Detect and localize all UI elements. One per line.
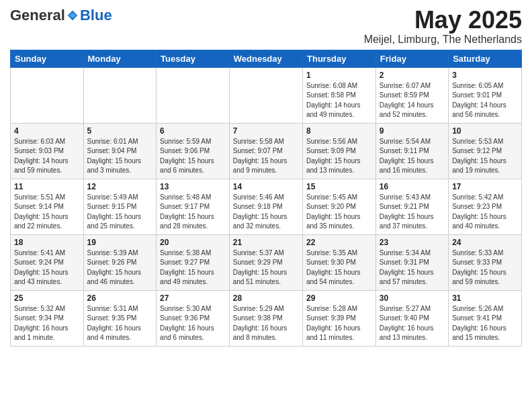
day-info: Sunrise: 5:46 AM Sunset: 9:18 PM Dayligh… — [233, 193, 299, 232]
header: General Blue May 2025 Meijel, Limburg, T… — [10, 7, 522, 46]
calendar-cell: 29Sunrise: 5:28 AM Sunset: 9:39 PM Dayli… — [303, 290, 376, 346]
day-number: 15 — [306, 182, 372, 191]
page: General Blue May 2025 Meijel, Limburg, T… — [0, 0, 532, 357]
calendar-cell: 9Sunrise: 5:54 AM Sunset: 9:11 PM Daylig… — [375, 123, 448, 179]
day-number: 19 — [87, 238, 153, 247]
day-number: 12 — [87, 182, 153, 191]
logo: General Blue — [10, 7, 112, 24]
day-info: Sunrise: 5:38 AM Sunset: 9:27 PM Dayligh… — [160, 248, 226, 287]
calendar-cell: 31Sunrise: 5:26 AM Sunset: 9:41 PM Dayli… — [449, 290, 522, 346]
calendar-cell: 21Sunrise: 5:37 AM Sunset: 9:29 PM Dayli… — [229, 234, 302, 290]
day-info: Sunrise: 5:53 AM Sunset: 9:12 PM Dayligh… — [452, 137, 518, 176]
logo-blue: Blue — [80, 7, 112, 24]
calendar-cell: 10Sunrise: 5:53 AM Sunset: 9:12 PM Dayli… — [449, 123, 522, 179]
day-info: Sunrise: 5:59 AM Sunset: 9:06 PM Dayligh… — [160, 137, 226, 176]
day-info: Sunrise: 6:05 AM Sunset: 9:01 PM Dayligh… — [452, 81, 518, 120]
day-number: 28 — [233, 293, 299, 303]
logo-text: General Blue — [10, 7, 112, 24]
day-info: Sunrise: 5:48 AM Sunset: 9:17 PM Dayligh… — [160, 193, 226, 232]
day-info: Sunrise: 5:54 AM Sunset: 9:11 PM Dayligh… — [380, 137, 445, 176]
day-info: Sunrise: 5:42 AM Sunset: 9:23 PM Dayligh… — [452, 193, 518, 232]
col-header-tuesday: Tuesday — [157, 50, 230, 67]
day-number: 18 — [14, 238, 80, 247]
day-number: 20 — [160, 238, 226, 247]
day-info: Sunrise: 5:58 AM Sunset: 9:07 PM Dayligh… — [233, 137, 299, 176]
calendar-cell: 15Sunrise: 5:45 AM Sunset: 9:20 PM Dayli… — [303, 179, 376, 234]
day-info: Sunrise: 5:43 AM Sunset: 9:21 PM Dayligh… — [380, 193, 445, 232]
col-header-wednesday: Wednesday — [229, 50, 302, 67]
calendar-cell: 5Sunrise: 6:01 AM Sunset: 9:04 PM Daylig… — [83, 123, 157, 179]
day-number: 23 — [380, 238, 445, 247]
calendar-cell — [229, 67, 302, 123]
day-info: Sunrise: 5:32 AM Sunset: 9:34 PM Dayligh… — [14, 304, 80, 343]
day-number: 3 — [452, 71, 518, 80]
day-number: 21 — [233, 238, 299, 247]
col-header-sunday: Sunday — [11, 50, 84, 67]
calendar-cell: 8Sunrise: 5:56 AM Sunset: 9:09 PM Daylig… — [303, 123, 376, 179]
col-header-thursday: Thursday — [303, 50, 376, 67]
day-info: Sunrise: 5:45 AM Sunset: 9:20 PM Dayligh… — [306, 193, 372, 232]
calendar-week-row: 11Sunrise: 5:51 AM Sunset: 9:14 PM Dayli… — [11, 179, 522, 234]
calendar-week-row: 4Sunrise: 6:03 AM Sunset: 9:03 PM Daylig… — [11, 123, 522, 179]
day-info: Sunrise: 5:56 AM Sunset: 9:09 PM Dayligh… — [306, 137, 372, 176]
day-info: Sunrise: 6:01 AM Sunset: 9:04 PM Dayligh… — [87, 137, 153, 176]
calendar-cell: 7Sunrise: 5:58 AM Sunset: 9:07 PM Daylig… — [229, 123, 302, 179]
day-number: 30 — [380, 293, 445, 303]
day-info: Sunrise: 5:33 AM Sunset: 9:33 PM Dayligh… — [452, 248, 518, 287]
day-number: 13 — [160, 182, 226, 191]
day-number: 31 — [452, 293, 518, 303]
day-number: 17 — [452, 182, 518, 191]
calendar-cell: 27Sunrise: 5:30 AM Sunset: 9:36 PM Dayli… — [157, 290, 230, 346]
day-number: 2 — [380, 71, 445, 80]
col-header-saturday: Saturday — [449, 50, 522, 67]
day-info: Sunrise: 5:30 AM Sunset: 9:36 PM Dayligh… — [160, 304, 226, 343]
day-info: Sunrise: 5:28 AM Sunset: 9:39 PM Dayligh… — [306, 304, 372, 343]
calendar-week-row: 18Sunrise: 5:41 AM Sunset: 9:24 PM Dayli… — [11, 234, 522, 290]
logo-icon — [66, 9, 79, 21]
calendar-cell — [11, 67, 84, 123]
day-info: Sunrise: 6:07 AM Sunset: 8:59 PM Dayligh… — [380, 81, 445, 120]
day-number: 4 — [14, 126, 80, 136]
day-info: Sunrise: 5:37 AM Sunset: 9:29 PM Dayligh… — [233, 248, 299, 287]
calendar-cell: 18Sunrise: 5:41 AM Sunset: 9:24 PM Dayli… — [11, 234, 84, 290]
calendar-cell: 11Sunrise: 5:51 AM Sunset: 9:14 PM Dayli… — [11, 179, 84, 234]
day-info: Sunrise: 5:35 AM Sunset: 9:30 PM Dayligh… — [306, 248, 372, 287]
day-info: Sunrise: 5:34 AM Sunset: 9:31 PM Dayligh… — [380, 248, 445, 287]
day-number: 14 — [233, 182, 299, 191]
day-info: Sunrise: 5:26 AM Sunset: 9:41 PM Dayligh… — [452, 304, 518, 343]
day-info: Sunrise: 5:27 AM Sunset: 9:40 PM Dayligh… — [380, 304, 445, 343]
day-info: Sunrise: 6:08 AM Sunset: 8:58 PM Dayligh… — [306, 81, 372, 120]
day-number: 29 — [306, 293, 372, 303]
calendar-week-row: 1Sunrise: 6:08 AM Sunset: 8:58 PM Daylig… — [11, 67, 522, 123]
day-number: 5 — [87, 126, 153, 136]
calendar-cell: 4Sunrise: 6:03 AM Sunset: 9:03 PM Daylig… — [11, 123, 84, 179]
calendar-cell: 16Sunrise: 5:43 AM Sunset: 9:21 PM Dayli… — [375, 179, 448, 234]
day-number: 16 — [380, 182, 445, 191]
header-row: SundayMondayTuesdayWednesdayThursdayFrid… — [11, 50, 522, 67]
day-number: 7 — [233, 126, 299, 136]
calendar-cell: 23Sunrise: 5:34 AM Sunset: 9:31 PM Dayli… — [375, 234, 448, 290]
location: Meijel, Limburg, The Netherlands — [364, 34, 522, 46]
day-number: 8 — [306, 126, 372, 136]
day-info: Sunrise: 5:31 AM Sunset: 9:35 PM Dayligh… — [87, 304, 153, 343]
col-header-monday: Monday — [83, 50, 157, 67]
calendar-cell: 17Sunrise: 5:42 AM Sunset: 9:23 PM Dayli… — [449, 179, 522, 234]
calendar-cell: 1Sunrise: 6:08 AM Sunset: 8:58 PM Daylig… — [303, 67, 376, 123]
day-info: Sunrise: 5:51 AM Sunset: 9:14 PM Dayligh… — [14, 193, 80, 232]
calendar-cell: 22Sunrise: 5:35 AM Sunset: 9:30 PM Dayli… — [303, 234, 376, 290]
calendar-cell: 28Sunrise: 5:29 AM Sunset: 9:38 PM Dayli… — [229, 290, 302, 346]
day-info: Sunrise: 6:03 AM Sunset: 9:03 PM Dayligh… — [14, 137, 80, 176]
calendar-cell: 3Sunrise: 6:05 AM Sunset: 9:01 PM Daylig… — [449, 67, 522, 123]
day-info: Sunrise: 5:41 AM Sunset: 9:24 PM Dayligh… — [14, 248, 80, 287]
calendar-cell: 2Sunrise: 6:07 AM Sunset: 8:59 PM Daylig… — [375, 67, 448, 123]
day-number: 25 — [14, 293, 80, 303]
day-info: Sunrise: 5:29 AM Sunset: 9:38 PM Dayligh… — [233, 304, 299, 343]
day-number: 24 — [452, 238, 518, 247]
calendar-cell: 14Sunrise: 5:46 AM Sunset: 9:18 PM Dayli… — [229, 179, 302, 234]
day-number: 26 — [87, 293, 153, 303]
calendar-week-row: 25Sunrise: 5:32 AM Sunset: 9:34 PM Dayli… — [11, 290, 522, 346]
month-title: May 2025 — [364, 7, 522, 34]
day-number: 27 — [160, 293, 226, 303]
calendar-cell: 26Sunrise: 5:31 AM Sunset: 9:35 PM Dayli… — [83, 290, 157, 346]
calendar-cell: 20Sunrise: 5:38 AM Sunset: 9:27 PM Dayli… — [157, 234, 230, 290]
